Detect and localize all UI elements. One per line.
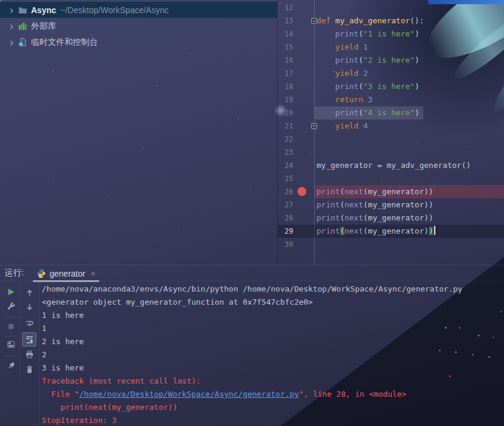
scroll-to-end-button[interactable]: [22, 332, 36, 347]
console-line: print(next(my_generator)): [42, 401, 504, 414]
code-text: return 3: [316, 93, 373, 106]
console-text: Traceback (most recent call last):: [42, 376, 201, 385]
line-number[interactable]: 21: [278, 119, 293, 133]
line-number[interactable]: 17: [278, 67, 293, 80]
toolbar-divider: [4, 317, 17, 317]
toolbar-divider: [39, 282, 39, 426]
code-text: yield 2: [316, 67, 368, 80]
code-line-19[interactable]: 19 return 3: [278, 93, 504, 106]
line-number[interactable]: 22: [278, 133, 293, 146]
code-line-17[interactable]: 17 yield 2: [278, 67, 504, 80]
down-the-stack-trace-button[interactable]: [23, 301, 35, 312]
line-number[interactable]: 26: [278, 185, 293, 198]
line-number[interactable]: 12: [278, 1, 293, 14]
fold-marker-icon[interactable]: [311, 18, 317, 24]
code-line-27[interactable]: 27print(next(my_generator)): [278, 198, 504, 212]
code-text: print("1 is here"): [316, 27, 419, 41]
toolbar-divider: [20, 283, 20, 382]
chevron-right-icon[interactable]: [8, 39, 15, 46]
line-number[interactable]: 28: [278, 212, 293, 225]
soft-wrap-button[interactable]: [23, 317, 35, 329]
line-number[interactable]: 19: [278, 93, 293, 106]
line-number[interactable]: 13: [278, 14, 293, 27]
console-text: 2: [42, 350, 47, 359]
console-text: print(next(my_generator)): [42, 403, 177, 412]
console-line: 2 is here: [42, 335, 504, 348]
code-text: print(next(my_generator)): [316, 225, 435, 238]
line-number[interactable]: 16: [278, 54, 293, 67]
restore-layout-button[interactable]: [5, 338, 17, 350]
settings-wrench-button[interactable]: [5, 300, 17, 312]
line-number[interactable]: 25: [278, 172, 293, 185]
scratches-icon: [18, 38, 27, 47]
print-button[interactable]: [23, 348, 35, 360]
code-editor[interactable]: 1213def my_adv_generator():14 print("1 i…: [278, 0, 504, 265]
code-line-30[interactable]: 30: [278, 238, 504, 251]
line-number[interactable]: 15: [278, 41, 293, 54]
run-header: 运行: generator ×: [0, 265, 504, 281]
line-number[interactable]: 29: [278, 225, 293, 238]
folder-icon: [18, 5, 27, 15]
run-panel-title: 运行:: [5, 268, 24, 278]
close-tab-icon[interactable]: ×: [91, 269, 96, 278]
code-line-20[interactable]: 20 print("4 is here"): [278, 106, 504, 119]
clear-all-trash-button[interactable]: [23, 363, 35, 375]
console-text: 1 is here: [42, 311, 84, 320]
chevron-right-icon[interactable]: [8, 7, 15, 14]
tree-item-label: Async: [31, 5, 56, 15]
code-line-15[interactable]: 15 yield 1: [278, 41, 504, 54]
code-line-25[interactable]: 25: [278, 172, 504, 185]
library-icon: [18, 22, 27, 31]
code-line-18[interactable]: 18 print("3 is here"): [278, 80, 504, 93]
console-line: 1: [42, 322, 504, 335]
console-line: <generator object my_generator_function …: [42, 296, 504, 309]
file-link[interactable]: /home/nova/Desktop/WorkSpace/Async/gener…: [79, 390, 299, 399]
code-text: yield 4: [316, 119, 368, 133]
code-line-24[interactable]: 24my_generator = my_adv_generator(): [278, 159, 504, 172]
line-number[interactable]: 30: [278, 238, 293, 251]
code-line-14[interactable]: 14 print("1 is here"): [278, 27, 504, 41]
console-text: 1: [42, 324, 47, 333]
line-number[interactable]: 18: [278, 80, 293, 93]
line-number[interactable]: 20: [278, 106, 293, 119]
pin-button[interactable]: [5, 360, 17, 372]
run-tab-title: generator: [50, 269, 85, 278]
text-caret: [434, 226, 435, 235]
code-text: print("2 is here"): [316, 54, 419, 67]
project-tree-panel: Async~/Desktop/WorkSpace/Async外部库临时文件和控制…: [0, 0, 278, 265]
breakpoint-icon[interactable]: [297, 187, 306, 196]
code-line-28[interactable]: 28print(next(my_generator)): [278, 212, 504, 225]
pycharm-window: Async~/Desktop/WorkSpace/Async外部库临时文件和控制…: [0, 0, 504, 426]
fold-marker-icon[interactable]: [311, 123, 317, 129]
code-text: yield 1: [316, 41, 368, 54]
tree-item-project-root[interactable]: Async~/Desktop/WorkSpace/Async: [0, 2, 277, 18]
line-number[interactable]: 27: [278, 198, 293, 212]
code-line-23[interactable]: 23: [278, 146, 504, 159]
code-text: print(next(my_generator)): [316, 198, 434, 212]
code-line-22[interactable]: 22: [278, 133, 504, 146]
console-line: 3 is here: [42, 361, 504, 375]
code-line-16[interactable]: 16 print("2 is here"): [278, 54, 504, 67]
line-number[interactable]: 24: [278, 159, 293, 172]
code-line-29[interactable]: 29print(next(my_generator)): [278, 225, 504, 238]
code-text: my_generator = my_adv_generator(): [316, 159, 471, 172]
line-number[interactable]: 14: [278, 27, 293, 41]
tree-item-row-1[interactable]: 外部库: [0, 18, 277, 34]
code-line-21[interactable]: 21 yield 4: [278, 119, 504, 133]
console-text: File ": [42, 390, 79, 399]
python-icon: [36, 269, 46, 278]
tree-item-path: ~/Desktop/WorkSpace/Async: [60, 5, 168, 15]
line-number[interactable]: 23: [278, 146, 293, 159]
rerun-button[interactable]: [5, 286, 17, 298]
up-the-stack-trace-button[interactable]: [23, 287, 35, 299]
code-line-12[interactable]: 12: [278, 1, 504, 14]
code-line-26[interactable]: 26print(next(my_generator)): [278, 185, 504, 198]
console-line: StopIteration: 3: [42, 414, 504, 426]
tree-item-row-2[interactable]: 临时文件和控制台: [0, 34, 277, 50]
stop-button[interactable]: [5, 320, 17, 332]
code-line-13[interactable]: 13def my_adv_generator():: [278, 14, 504, 27]
code-text: print("3 is here"): [316, 80, 419, 93]
run-tab-generator[interactable]: generator ×: [33, 265, 99, 281]
toolbar-divider: [4, 355, 17, 356]
chevron-right-icon[interactable]: [8, 23, 15, 30]
